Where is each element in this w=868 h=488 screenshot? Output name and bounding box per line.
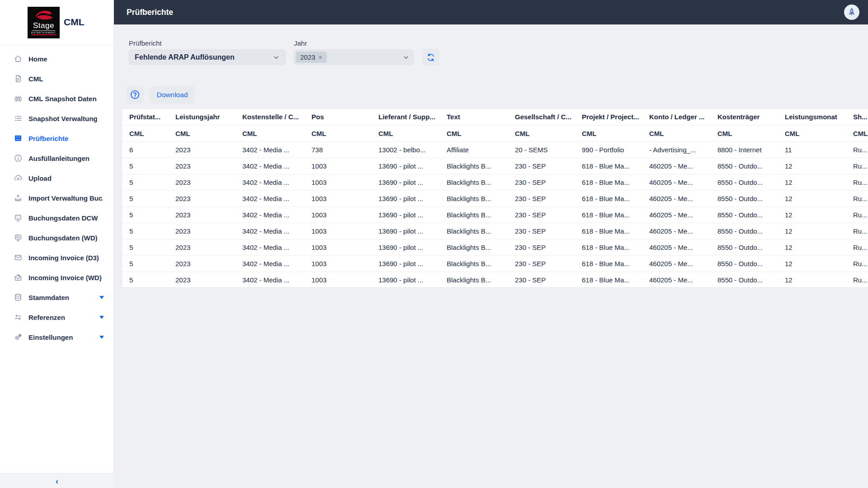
chip-remove-icon[interactable]: × — [318, 54, 322, 61]
table-cell: 12 — [778, 206, 846, 223]
refresh-button[interactable] — [422, 49, 439, 66]
sidebar-item-label: Referenzen — [28, 314, 65, 321]
table-cell: 1003 — [304, 255, 371, 272]
source-cell: CML — [122, 125, 168, 141]
table-cell: 460205 - Me... — [642, 272, 710, 288]
table-row[interactable]: 520233402 - Media ...100313690 - pilot .… — [122, 206, 868, 223]
table-cell: 8550 - Outdo... — [710, 190, 778, 206]
table-cell: Ru... — [846, 174, 868, 190]
source-cell: CML — [778, 125, 846, 141]
table-cell: 3402 - Media ... — [235, 239, 304, 255]
table-cell: Blacklights B... — [439, 223, 508, 239]
sidebar-item-label: Buchungsdaten (WD) — [28, 234, 97, 242]
column-header[interactable]: Leistungsjahr — [168, 109, 235, 125]
sidebar-item-label: CML — [28, 75, 43, 83]
table-cell: 618 - Blue Ma... — [575, 158, 642, 174]
year-select[interactable]: 2023 × — [293, 49, 414, 65]
sidebar-collapse-button[interactable]: ‹ — [0, 473, 114, 488]
stage-entertainment-logo: Stage ENTERTAINMENT — [28, 7, 60, 38]
user-avatar[interactable] — [844, 5, 859, 20]
column-header[interactable]: Text — [439, 109, 508, 125]
chevron-down-icon — [402, 54, 410, 61]
column-header[interactable]: Gesellschaft / C... — [508, 109, 575, 125]
table-cell: 460205 - Me... — [642, 223, 710, 239]
table-cell: 230 - SEP — [508, 158, 575, 174]
table-cell: 20 - SEMS — [508, 141, 575, 158]
report-select[interactable]: Fehlende ARAP Auflösungen — [128, 49, 286, 65]
table-row[interactable]: 520233402 - Media ...100313690 - pilot .… — [122, 158, 868, 174]
column-header[interactable]: Kostenstelle / C... — [235, 109, 304, 125]
table-header-row: Prüfstat...LeistungsjahrKostenstelle / C… — [122, 109, 868, 125]
sidebar-item-incoming-invoice-d3[interactable]: Incoming Invoice (D3) — [0, 248, 114, 267]
table-cell: 618 - Blue Ma... — [575, 255, 642, 272]
envelope-icon — [14, 253, 23, 262]
report-table: Prüfstat...LeistungsjahrKostenstelle / C… — [122, 109, 868, 288]
logo-word: Stage — [32, 22, 55, 31]
sidebar-item-buchungsdaten-dcw[interactable]: Buchungsdaten DCW — [0, 208, 114, 228]
table-cell: 460205 - Me... — [642, 239, 710, 255]
table-cell: Affiliate — [439, 141, 508, 158]
table-cell: 2023 — [168, 239, 235, 255]
sidebar-item-referenzen[interactable]: Referenzen — [0, 307, 114, 327]
table-cell: 1003 — [304, 206, 371, 223]
column-header[interactable]: Projekt / Project... — [575, 109, 642, 125]
gears-icon — [14, 333, 23, 342]
table-cell: Blacklights B... — [439, 158, 508, 174]
table-cell: Ru... — [846, 158, 868, 174]
monitor-lines-icon — [14, 233, 23, 242]
table-cell: 13690 - pilot ... — [371, 223, 439, 239]
table-cell: 13690 - pilot ... — [371, 255, 439, 272]
column-header[interactable]: Kostenträger — [710, 109, 778, 125]
table-cell: 1003 — [304, 174, 371, 190]
table-cell: 230 - SEP — [508, 206, 575, 223]
sidebar-item-snapshot-verwaltung[interactable]: Snapshot Verwaltung — [0, 108, 114, 128]
chevron-left-icon: ‹ — [56, 477, 58, 485]
sidebar-item-import-verwaltung[interactable]: Import Verwaltung Buc... — [0, 188, 114, 208]
sidebar-item-ausfuellanleitungen[interactable]: Ausfüllanleitungen — [0, 148, 114, 168]
expand-caret-icon — [99, 296, 104, 299]
table-cell: 990 - Portfolio — [575, 141, 642, 158]
sidebar-item-stammdaten[interactable]: Stammdaten — [0, 287, 114, 307]
question-icon — [130, 89, 140, 100]
column-header[interactable]: Prüfstat... — [122, 109, 168, 125]
sidebar-item-home[interactable]: Home — [0, 49, 114, 69]
sidebar-item-label: Incoming Invoice (WD) — [28, 274, 102, 282]
sidebar-item-buchungsdaten-wd[interactable]: Buchungsdaten (WD) — [0, 228, 114, 248]
sidebar-item-label: Home — [28, 55, 47, 63]
table-cell: 13690 - pilot ... — [371, 272, 439, 288]
table-row[interactable]: 520233402 - Media ...100313690 - pilot .… — [122, 190, 868, 206]
sidebar-item-pruefberichte[interactable]: Prüfberichte — [0, 128, 114, 148]
sidebar-item-cml-snapshot-daten[interactable]: CML Snapshot Daten — [0, 89, 114, 108]
column-header[interactable]: Pos — [304, 109, 371, 125]
column-header[interactable]: Lieferant / Supp... — [371, 109, 439, 125]
table-row[interactable]: 620233402 - Media ...73813002 - belbo...… — [122, 141, 868, 158]
table-cell: 3402 - Media ... — [235, 255, 304, 272]
table-cell: 3402 - Media ... — [235, 272, 304, 288]
download-button[interactable]: Download — [150, 86, 195, 103]
table-cell: 12 — [778, 223, 846, 239]
column-header[interactable]: Leistungsmonat — [778, 109, 846, 125]
database-icon — [14, 293, 23, 302]
sidebar-item-upload[interactable]: Upload — [0, 168, 114, 188]
table-cell: 230 - SEP — [508, 239, 575, 255]
swap-arrows-icon — [14, 313, 23, 322]
table-row[interactable]: 520233402 - Media ...100313690 - pilot .… — [122, 174, 868, 190]
sidebar-item-cml[interactable]: CML — [0, 69, 114, 89]
source-cell: CML — [304, 125, 371, 141]
sidebar-item-incoming-invoice-wd[interactable]: Incoming Invoice (WD) — [0, 267, 114, 287]
sidebar-nav: Home CML CML Snapshot Daten Snapshot Ver… — [0, 49, 114, 347]
table-row[interactable]: 520233402 - Media ...100313690 - pilot .… — [122, 239, 868, 255]
table-cell: 8550 - Outdo... — [710, 255, 778, 272]
sidebar-item-einstellungen[interactable]: Einstellungen — [0, 327, 114, 347]
column-header[interactable]: Konto / Ledger ... — [642, 109, 710, 125]
table-cell: 8550 - Outdo... — [710, 158, 778, 174]
help-button[interactable] — [126, 86, 144, 103]
column-header[interactable]: Sh... — [846, 109, 868, 125]
table-row[interactable]: 520233402 - Media ...100313690 - pilot .… — [122, 255, 868, 272]
table-cell: 3402 - Media ... — [235, 158, 304, 174]
table-row[interactable]: 520233402 - Media ...100313690 - pilot .… — [122, 223, 868, 239]
year-chip[interactable]: 2023 × — [296, 52, 327, 63]
table-row[interactable]: 520233402 - Media ...100313690 - pilot .… — [122, 272, 868, 288]
report-table-card: Prüfstat...LeistungsjahrKostenstelle / C… — [122, 108, 868, 288]
logo-area: Stage ENTERTAINMENT CML — [0, 0, 114, 45]
